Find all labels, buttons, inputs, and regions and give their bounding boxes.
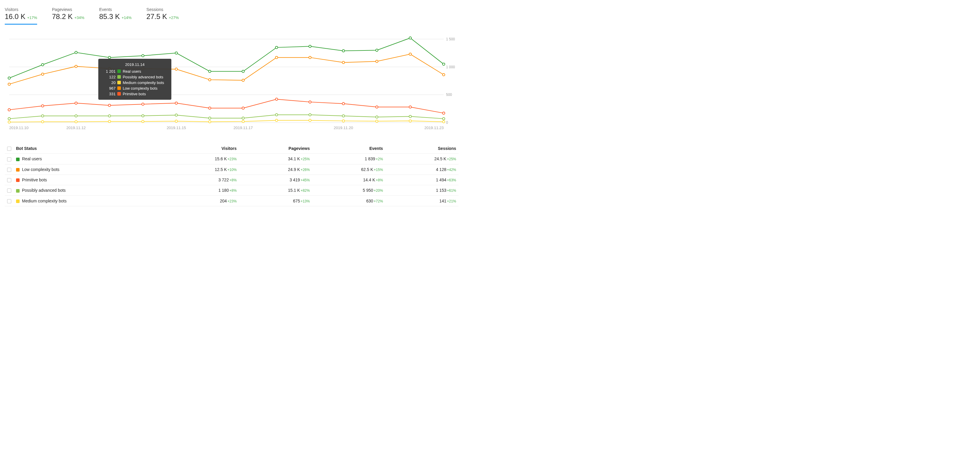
- row-swatch: [16, 199, 20, 203]
- series-point: [75, 65, 77, 68]
- cell-sessions: 141+21%: [385, 196, 458, 206]
- tab-delta: +27%: [169, 16, 179, 20]
- series-point: [142, 114, 144, 117]
- series-point: [442, 118, 445, 120]
- tab-label: Sessions: [146, 7, 179, 12]
- table-row[interactable]: Possibly advanced bots1 180+8%15.1 K+82%…: [5, 185, 458, 196]
- checkbox-row[interactable]: [7, 199, 11, 204]
- checkbox-all[interactable]: [7, 146, 11, 151]
- tab-value: 78.2 K: [52, 13, 72, 21]
- tab-value: 16.0 K: [5, 13, 25, 21]
- series-point: [309, 101, 311, 103]
- cell-events: 62.5 K+15%: [312, 164, 385, 175]
- row-swatch: [16, 189, 20, 192]
- checkbox-row[interactable]: [7, 178, 11, 182]
- series-point: [442, 112, 445, 114]
- cell-pageviews: 15.1 K+82%: [239, 185, 312, 196]
- series-point: [275, 98, 278, 100]
- series-point: [242, 107, 244, 109]
- tab-visitors[interactable]: Visitors16.0 K+17%: [5, 7, 37, 25]
- cell-name: Medium complexity bots: [14, 196, 166, 206]
- summary-tabs: Visitors16.0 K+17%Pageviews78.2 K+34%Eve…: [5, 7, 458, 25]
- svg-text:2019.11.15: 2019.11.15: [167, 126, 186, 130]
- series-medium: [9, 121, 444, 122]
- tab-value: 27.5 K: [146, 13, 167, 21]
- series-point: [142, 120, 144, 122]
- cell-name: Real users: [14, 154, 166, 164]
- table-row[interactable]: Medium complexity bots204+23%675+13%630+…: [5, 196, 458, 206]
- series-point: [442, 121, 445, 123]
- tooltip-swatch: [117, 92, 121, 95]
- cell-pageviews: 34.1 K+25%: [239, 154, 312, 164]
- tooltip-row: 331Primitive bots: [102, 91, 167, 97]
- table-row[interactable]: Real users15.6 K+23%34.1 K+25%1 839+2%24…: [5, 154, 458, 164]
- series-point: [409, 115, 411, 118]
- svg-text:1 500: 1 500: [446, 37, 455, 41]
- tooltip-swatch: [117, 86, 121, 90]
- cell-events: 630+72%: [312, 196, 385, 206]
- svg-text:2019.11.17: 2019.11.17: [234, 126, 253, 130]
- tooltip-row: 967Low complexity bots: [102, 86, 167, 91]
- svg-text:2019.11.23: 2019.11.23: [424, 126, 444, 130]
- checkbox-row[interactable]: [7, 157, 11, 161]
- series-point: [208, 70, 211, 73]
- svg-text:2019.11.12: 2019.11.12: [67, 126, 86, 130]
- series-point: [8, 121, 10, 123]
- series-point: [41, 121, 44, 123]
- tab-sessions[interactable]: Sessions27.5 K+27%: [146, 7, 179, 25]
- table-row[interactable]: Primitive bots3 722+8%3 419+45%14.4 K+8%…: [5, 175, 458, 185]
- cell-name: Possibly advanced bots: [14, 185, 166, 196]
- svg-text:500: 500: [446, 92, 452, 97]
- series-point: [208, 121, 211, 123]
- tooltip-row: 20Medium complexity bots: [102, 80, 167, 86]
- col-header[interactable]: Sessions: [385, 143, 458, 154]
- series-point: [409, 119, 411, 122]
- series-point: [75, 102, 77, 104]
- cell-sessions: 1 494+63%: [385, 175, 458, 185]
- series-point: [175, 120, 178, 122]
- table-row[interactable]: Low complexity bots12.5 K+10%24.9 K+26%6…: [5, 164, 458, 175]
- series-primitive: [9, 99, 444, 113]
- col-header[interactable]: Events: [312, 143, 385, 154]
- tooltip-swatch: [117, 75, 121, 79]
- series-point: [8, 118, 10, 120]
- cell-events: 1 839+2%: [312, 154, 385, 164]
- row-swatch: [16, 178, 20, 182]
- tab-label: Pageviews: [52, 7, 84, 12]
- tooltip-swatch: [117, 70, 121, 73]
- series-point: [309, 119, 311, 122]
- svg-text:1 000: 1 000: [446, 65, 455, 69]
- series-point: [242, 70, 244, 73]
- series-low: [9, 54, 444, 84]
- cell-sessions: 24.5 K+25%: [385, 154, 458, 164]
- series-point: [442, 74, 445, 76]
- tab-label: Events: [99, 7, 132, 12]
- series-point: [309, 45, 311, 48]
- col-header[interactable]: Bot Status: [14, 143, 166, 154]
- tooltip-date: 2019.11.14: [102, 62, 167, 67]
- series-point: [342, 49, 345, 52]
- series-point: [409, 37, 411, 39]
- tab-events[interactable]: Events85.3 K+14%: [99, 7, 132, 25]
- col-header[interactable]: Visitors: [166, 143, 239, 154]
- tab-pageviews[interactable]: Pageviews78.2 K+34%: [52, 7, 84, 25]
- series-point: [75, 51, 77, 54]
- svg-text:2019.11.10: 2019.11.10: [9, 126, 29, 130]
- tab-label: Visitors: [5, 7, 37, 12]
- series-point: [375, 106, 378, 108]
- series-point: [108, 56, 111, 59]
- tab-delta: +17%: [27, 16, 37, 20]
- row-swatch: [16, 157, 20, 161]
- checkbox-row[interactable]: [7, 168, 11, 172]
- series-point: [242, 120, 244, 122]
- series-point: [41, 105, 44, 107]
- cell-pageviews: 675+13%: [239, 196, 312, 206]
- checkbox-row[interactable]: [7, 188, 11, 192]
- series-point: [309, 56, 311, 59]
- series-point: [275, 46, 278, 49]
- col-header[interactable]: Pageviews: [239, 143, 312, 154]
- tab-delta: +14%: [121, 16, 132, 20]
- series-point: [8, 109, 10, 111]
- cell-sessions: 1 153+61%: [385, 185, 458, 196]
- series-point: [375, 60, 378, 63]
